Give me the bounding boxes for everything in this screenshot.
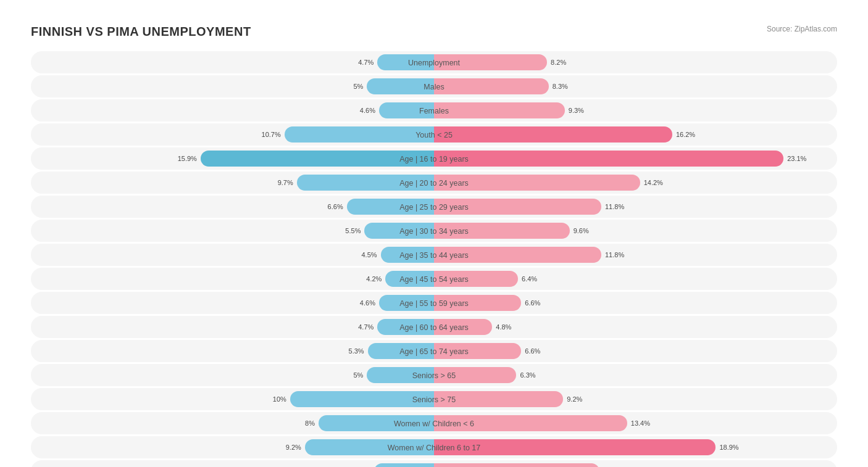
bar-label-right: 4.8%	[496, 323, 511, 331]
center-label-area: Women w/ Children 6 to 17	[383, 442, 486, 453]
bar-row-inner: 6.6% Age | 25 to 29 years 11.8%	[31, 196, 837, 218]
bar-label-right: 8.2%	[551, 59, 566, 66]
bar-label-left: 9.7%	[278, 179, 293, 186]
bar-row-inner: 4.7% Unemployment 8.2%	[31, 51, 837, 73]
bar-label-left: 4.7%	[358, 323, 373, 331]
bar-label-right: 9.3%	[569, 107, 584, 114]
center-label-area: Women w/ Children < 6	[389, 418, 479, 429]
bar-center-label: Females	[414, 107, 454, 115]
chart-source: Source: ZipAtlas.com	[767, 25, 837, 33]
bar-row-inner: 4.6% Age | 55 to 59 years 6.6%	[31, 292, 837, 314]
bar-row: 8% Women w/ Children < 6 13.4%	[31, 412, 837, 434]
bar-center-label: Age | 55 to 59 years	[394, 299, 474, 308]
chart-body: 4.7% Unemployment 8.2% 5%	[31, 51, 837, 467]
bar-center-label: Age | 30 to 34 years	[394, 227, 474, 236]
bar-row: 5% Males 8.3%	[31, 75, 837, 97]
center-label-area: Seniors > 75	[407, 394, 461, 405]
bar-row: 5.5% Age | 30 to 34 years 9.6%	[31, 220, 837, 242]
bar-row: 4.9% Women w/ Children < 18 11.7%	[31, 460, 837, 467]
bar-label-right: 23.1%	[787, 155, 806, 162]
bar-pink	[434, 78, 549, 94]
bar-center-label: Women w/ Children < 6	[389, 419, 479, 428]
chart-container: FINNISH VS PIMA UNEMPLOYMENT Source: Zip…	[12, 12, 856, 467]
bar-row-inner: 5.3% Age | 65 to 74 years 6.6%	[31, 340, 837, 362]
bar-row: 6.6% Age | 25 to 29 years 11.8%	[31, 196, 837, 218]
center-label-area: Age | 60 to 64 years	[394, 321, 474, 333]
bar-center-label: Males	[419, 83, 449, 91]
bar-label-right: 14.2%	[644, 179, 663, 186]
bar-label-left: 5.3%	[349, 347, 364, 355]
bar-center-label: Age | 25 to 29 years	[394, 203, 474, 212]
bar-label-right: 16.2%	[676, 131, 695, 138]
bar-center-label: Age | 16 to 19 years	[394, 155, 474, 163]
bar-label-left: 4.6%	[360, 299, 375, 307]
bar-row-inner: 10% Seniors > 75 9.2%	[31, 388, 837, 410]
bar-row-inner: 9.7% Age | 20 to 24 years 14.2%	[31, 172, 837, 194]
bar-row: 4.5% Age | 35 to 44 years 11.8%	[31, 244, 837, 266]
bar-label-right: 6.4%	[522, 275, 537, 283]
bar-row: 5.3% Age | 65 to 74 years 6.6%	[31, 340, 837, 362]
bar-label-left: 9.2%	[286, 444, 301, 451]
right-bar-container: 9.3%	[434, 99, 584, 122]
bar-label-left: 4.5%	[361, 251, 377, 258]
bar-label-right: 8.3%	[553, 83, 568, 90]
bar-row: 10.7% Youth < 25 16.2%	[31, 123, 837, 146]
bar-row: 4.7% Unemployment 8.2%	[31, 51, 837, 73]
bar-label-left: 10%	[273, 395, 286, 403]
bar-row-inner: 4.7% Age | 60 to 64 years 4.8%	[31, 316, 837, 338]
bar-row-inner: 5% Seniors > 65 6.3%	[31, 364, 837, 386]
bar-row-inner: 8% Women w/ Children < 6 13.4%	[31, 412, 837, 434]
bar-row-inner: 4.5% Age | 35 to 44 years 11.8%	[31, 244, 837, 266]
center-label-area: Males	[419, 81, 449, 92]
bar-label-right: 11.8%	[605, 203, 624, 210]
bar-pink	[434, 126, 672, 143]
center-label-area: Age | 30 to 34 years	[394, 225, 474, 236]
center-label-area: Age | 65 to 74 years	[394, 345, 474, 357]
bar-center-label: Age | 65 to 74 years	[394, 347, 474, 356]
bar-row: 4.6% Age | 55 to 59 years 6.6%	[31, 292, 837, 314]
bar-label-right: 6.6%	[525, 347, 540, 355]
bar-row-inner: 5.5% Age | 30 to 34 years 9.6%	[31, 220, 837, 242]
bar-row: 5% Seniors > 65 6.3%	[31, 364, 837, 386]
left-bar-container: 10.7%	[262, 123, 434, 146]
center-label-area: Age | 35 to 44 years	[394, 249, 474, 260]
bar-center-label: Age | 45 to 54 years	[394, 275, 474, 284]
center-label-area: Age | 16 to 19 years	[394, 153, 474, 164]
bar-label-right: 9.6%	[574, 227, 589, 234]
bar-center-label: Youth < 25	[411, 131, 457, 139]
bar-label-left: 5.5%	[345, 227, 361, 234]
bar-center-label: Seniors > 65	[407, 371, 461, 380]
bar-center-label: Age | 20 to 24 years	[394, 179, 474, 188]
bar-label-right: 11.8%	[605, 251, 624, 258]
bar-row: 4.7% Age | 60 to 64 years 4.8%	[31, 316, 837, 338]
bar-center-label: Age | 60 to 64 years	[394, 323, 474, 332]
right-bar-container: 16.2%	[434, 123, 695, 146]
chart-header: FINNISH VS PIMA UNEMPLOYMENT Source: Zip…	[31, 25, 837, 39]
bar-label-left: 15.9%	[178, 155, 197, 162]
bar-pink	[434, 151, 783, 167]
center-label-area: Age | 25 to 29 years	[394, 201, 474, 212]
bar-label-left: 6.6%	[328, 203, 343, 210]
bar-center-label: Age | 35 to 44 years	[394, 251, 474, 260]
bar-label-left: 4.2%	[366, 275, 382, 283]
bar-label-left: 10.7%	[262, 131, 281, 138]
center-label-area: Unemployment	[403, 57, 465, 68]
bar-label-left: 5%	[353, 83, 363, 90]
bar-row-inner: 4.9% Women w/ Children < 18 11.7%	[31, 460, 837, 467]
bar-row-inner: 10.7% Youth < 25 16.2%	[31, 123, 837, 146]
bar-row: 9.7% Age | 20 to 24 years 14.2%	[31, 172, 837, 194]
bar-center-label: Unemployment	[403, 59, 465, 67]
right-bar-container: 23.1%	[434, 147, 806, 170]
center-label-area: Age | 45 to 54 years	[394, 273, 474, 284]
chart-title: FINNISH VS PIMA UNEMPLOYMENT	[31, 25, 251, 39]
bar-row-inner: 5% Males 8.3%	[31, 75, 837, 97]
bar-label-right: 6.3%	[520, 371, 535, 379]
bar-row: 4.6% Females 9.3%	[31, 99, 837, 122]
center-label-area: Age | 20 to 24 years	[394, 177, 474, 188]
bar-center-label: Women w/ Children 6 to 17	[383, 444, 486, 452]
bar-label-right: 13.4%	[631, 419, 650, 427]
bar-row-inner: 4.6% Females 9.3%	[31, 99, 837, 122]
bar-row-inner: 15.9% Age | 16 to 19 years 23.1%	[31, 147, 837, 170]
center-label-area: Seniors > 65	[407, 370, 461, 381]
bar-label-left: 4.7%	[358, 59, 373, 66]
